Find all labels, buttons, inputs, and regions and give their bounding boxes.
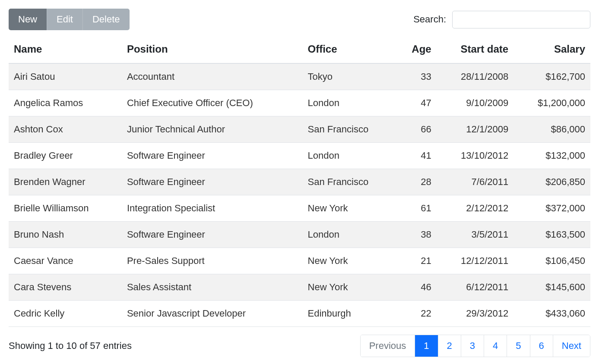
table-body: Airi SatouAccountantTokyo3328/11/2008$16… — [9, 63, 590, 327]
new-button[interactable]: New — [9, 9, 47, 30]
cell-salary: $162,700 — [513, 63, 590, 90]
cell-start_date: 13/10/2012 — [437, 143, 514, 169]
cell-start_date: 3/5/2011 — [437, 222, 514, 248]
cell-salary: $145,600 — [513, 274, 590, 301]
column-header-start-date[interactable]: Start date — [437, 36, 514, 63]
cell-salary: $433,060 — [513, 301, 590, 327]
delete-button[interactable]: Delete — [82, 9, 130, 30]
table-row[interactable]: Cara StevensSales AssistantNew York466/1… — [9, 274, 590, 301]
table-row[interactable]: Bruno NashSoftware EngineerLondon383/5/2… — [9, 222, 590, 248]
cell-start_date: 29/3/2012 — [437, 301, 514, 327]
table-info: Showing 1 to 10 of 57 entries — [9, 340, 132, 351]
cell-office: New York — [303, 274, 397, 301]
column-header-position[interactable]: Position — [122, 36, 303, 63]
cell-name: Bruno Nash — [9, 222, 122, 248]
cell-start_date: 12/12/2011 — [437, 248, 514, 274]
column-header-office[interactable]: Office — [303, 36, 397, 63]
cell-age: 41 — [397, 143, 437, 169]
cell-start_date: 7/6/2011 — [437, 169, 514, 195]
table-row[interactable]: Cedric KellySenior Javascript DeveloperE… — [9, 301, 590, 327]
cell-age: 21 — [397, 248, 437, 274]
cell-age: 28 — [397, 169, 437, 195]
footer-row: Showing 1 to 10 of 57 entries Previous12… — [9, 335, 590, 357]
cell-name: Brenden Wagner — [9, 169, 122, 195]
cell-office: London — [303, 143, 397, 169]
page-next-button[interactable]: Next — [553, 335, 590, 357]
cell-position: Senior Javascript Developer — [122, 301, 303, 327]
page-button-2[interactable]: 2 — [438, 335, 461, 357]
cell-office: Edinburgh — [303, 301, 397, 327]
cell-start_date: 6/12/2011 — [437, 274, 514, 301]
cell-start_date: 28/11/2008 — [437, 63, 514, 90]
cell-name: Angelica Ramos — [9, 90, 122, 116]
cell-office: Tokyo — [303, 63, 397, 90]
cell-salary: $106,450 — [513, 248, 590, 274]
action-button-group: New Edit Delete — [9, 9, 130, 30]
cell-position: Chief Executive Officer (CEO) — [122, 90, 303, 116]
cell-office: San Francisco — [303, 116, 397, 143]
cell-office: New York — [303, 195, 397, 222]
cell-position: Pre-Sales Support — [122, 248, 303, 274]
cell-position: Software Engineer — [122, 143, 303, 169]
cell-office: London — [303, 90, 397, 116]
table-header: NamePositionOfficeAgeStart dateSalary — [9, 36, 590, 63]
cell-age: 46 — [397, 274, 437, 301]
cell-name: Bradley Greer — [9, 143, 122, 169]
cell-position: Software Engineer — [122, 222, 303, 248]
cell-position: Accountant — [122, 63, 303, 90]
cell-start_date: 12/1/2009 — [437, 116, 514, 143]
cell-age: 38 — [397, 222, 437, 248]
toolbar-row: New Edit Delete Search: — [9, 9, 590, 30]
cell-name: Airi Satou — [9, 63, 122, 90]
cell-office: New York — [303, 248, 397, 274]
table-row[interactable]: Caesar VancePre-Sales SupportNew York211… — [9, 248, 590, 274]
cell-name: Caesar Vance — [9, 248, 122, 274]
cell-salary: $1,200,000 — [513, 90, 590, 116]
data-table: NamePositionOfficeAgeStart dateSalary Ai… — [9, 36, 590, 327]
cell-start_date: 2/12/2012 — [437, 195, 514, 222]
page-previous-button: Previous — [361, 335, 415, 357]
edit-button[interactable]: Edit — [47, 9, 82, 30]
column-header-salary[interactable]: Salary — [513, 36, 590, 63]
cell-age: 22 — [397, 301, 437, 327]
cell-salary: $163,500 — [513, 222, 590, 248]
paginator: Previous123456Next — [360, 335, 590, 357]
page-button-5[interactable]: 5 — [507, 335, 529, 357]
search-input[interactable] — [452, 11, 590, 28]
cell-office: London — [303, 222, 397, 248]
table-row[interactable]: Brenden WagnerSoftware EngineerSan Franc… — [9, 169, 590, 195]
cell-name: Brielle Williamson — [9, 195, 122, 222]
column-header-age[interactable]: Age — [397, 36, 437, 63]
cell-salary: $86,000 — [513, 116, 590, 143]
cell-start_date: 9/10/2009 — [437, 90, 514, 116]
page-button-4[interactable]: 4 — [484, 335, 507, 357]
cell-position: Junior Technical Author — [122, 116, 303, 143]
cell-name: Cara Stevens — [9, 274, 122, 301]
column-header-name[interactable]: Name — [9, 36, 122, 63]
page-button-1[interactable]: 1 — [415, 335, 437, 357]
cell-age: 47 — [397, 90, 437, 116]
page-button-3[interactable]: 3 — [461, 335, 484, 357]
cell-name: Cedric Kelly — [9, 301, 122, 327]
cell-name: Ashton Cox — [9, 116, 122, 143]
table-row[interactable]: Brielle WilliamsonIntegration Specialist… — [9, 195, 590, 222]
table-row[interactable]: Bradley GreerSoftware EngineerLondon4113… — [9, 143, 590, 169]
search-wrap: Search: — [413, 11, 590, 28]
table-row[interactable]: Angelica RamosChief Executive Officer (C… — [9, 90, 590, 116]
search-label: Search: — [413, 14, 446, 25]
cell-office: San Francisco — [303, 169, 397, 195]
page-button-6[interactable]: 6 — [530, 335, 553, 357]
cell-position: Sales Assistant — [122, 274, 303, 301]
table-row[interactable]: Airi SatouAccountantTokyo3328/11/2008$16… — [9, 63, 590, 90]
cell-age: 33 — [397, 63, 437, 90]
cell-age: 66 — [397, 116, 437, 143]
cell-salary: $372,000 — [513, 195, 590, 222]
cell-position: Software Engineer — [122, 169, 303, 195]
table-row[interactable]: Ashton CoxJunior Technical AuthorSan Fra… — [9, 116, 590, 143]
cell-age: 61 — [397, 195, 437, 222]
cell-position: Integration Specialist — [122, 195, 303, 222]
cell-salary: $206,850 — [513, 169, 590, 195]
cell-salary: $132,000 — [513, 143, 590, 169]
